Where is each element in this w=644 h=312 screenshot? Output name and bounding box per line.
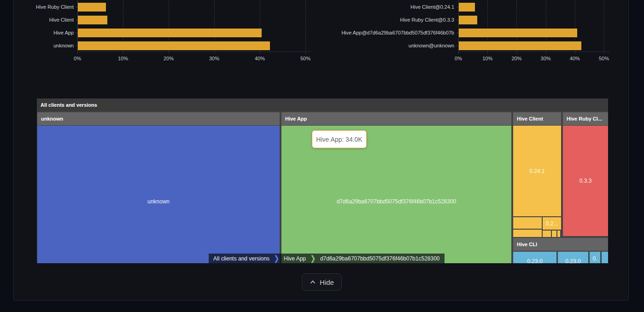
treemap-node[interactable]: 0.23.0	[558, 252, 588, 263]
axis-tick	[76, 20, 77, 20]
tooltip-text: Hive App: 34.0K	[316, 136, 362, 143]
treemap-node[interactable]	[543, 231, 551, 237]
category-label: unknown@unknown	[261, 42, 454, 49]
bar[interactable]	[78, 29, 262, 37]
treemap-chart[interactable]: All clients and versionsunknownunknownHi…	[37, 98, 608, 263]
gridline	[604, 0, 604, 54]
bar[interactable]	[459, 16, 477, 24]
treemap-node[interactable]: 0.3.3	[563, 126, 608, 236]
treemap-node[interactable]: 0.24.1	[513, 126, 561, 216]
treemap-node[interactable]: unknown	[37, 126, 280, 263]
bar[interactable]	[78, 16, 107, 24]
treemap-group-header[interactable]: unknown	[37, 112, 280, 125]
breadcrumb-item-version-hash[interactable]: d7d6a29ba6707bbd5075df376f46b07b1c528300	[316, 255, 445, 262]
bar[interactable]	[459, 29, 577, 37]
breadcrumb: All clients and versions ❯ Hive App ❯ d7…	[209, 254, 445, 263]
x-tick-label: 0%	[66, 55, 89, 62]
axis-tick	[76, 7, 77, 7]
category-label: Hive Ruby Client@0.3.3	[261, 17, 454, 23]
category-label: Hive Client	[0, 17, 74, 23]
bar[interactable]	[78, 41, 270, 50]
category-label: unknown	[0, 42, 74, 49]
bar[interactable]	[459, 41, 581, 50]
axis-tick	[457, 33, 458, 33]
category-label: Hive Client@0.24.1	[261, 4, 454, 10]
x-tick-label: 10%	[111, 55, 135, 62]
chevron-right-icon: ❯	[274, 252, 279, 263]
category-label: Hive App	[0, 29, 74, 36]
hide-button-label: Hide	[320, 278, 334, 286]
axis-tick	[76, 46, 77, 46]
bar[interactable]	[459, 3, 475, 12]
x-axis-line	[77, 52, 311, 52]
x-axis-line	[458, 52, 609, 52]
x-tick-label: 30%	[534, 55, 557, 62]
x-tick-label: 30%	[203, 55, 226, 62]
breadcrumb-item-hive-app[interactable]: Hive App	[279, 255, 310, 262]
treemap-node[interactable]: 0.2...	[543, 217, 561, 230]
x-tick-label: 50%	[294, 55, 317, 62]
treemap-node[interactable]: 0.23.0	[513, 252, 556, 263]
x-tick-label: 0%	[447, 55, 470, 62]
breadcrumb-item-root[interactable]: All clients and versions	[209, 255, 274, 262]
chevron-right-icon: ❯	[310, 252, 316, 263]
category-label: Hive Ruby Client	[0, 4, 74, 10]
axis-tick	[457, 46, 458, 46]
treemap-group-header[interactable]: Hive Client	[513, 112, 561, 125]
category-label: Hive App@d7d6a29ba6707bbd5075df376f46b07…	[261, 29, 454, 36]
x-tick-label: 20%	[157, 55, 180, 62]
treemap-node[interactable]: 0.	[590, 252, 600, 263]
hide-button[interactable]: Hide	[302, 273, 342, 291]
x-tick-label: 50%	[592, 55, 615, 62]
bar-charts-area: 0%10%20%30%40%50%Hive Ruby ClientHive Cl…	[0, 0, 644, 69]
treemap-node[interactable]	[513, 230, 542, 237]
axis-tick	[76, 33, 77, 33]
treemap-group-header[interactable]: Hive App	[281, 112, 511, 125]
x-tick-label: 20%	[505, 55, 528, 62]
x-tick-label: 40%	[563, 55, 586, 62]
axis-tick	[457, 7, 458, 7]
treemap-tooltip: Hive App: 34.0K	[312, 130, 367, 148]
chevron-up-icon	[310, 279, 316, 285]
x-tick-label: 10%	[476, 55, 499, 62]
treemap-group-header[interactable]: Hive CLI	[513, 238, 608, 251]
treemap-node[interactable]	[513, 217, 542, 229]
bar[interactable]	[78, 3, 106, 12]
treemap-node[interactable]	[552, 231, 556, 237]
x-tick-label: 40%	[248, 55, 271, 62]
treemap-node[interactable]	[602, 252, 608, 263]
axis-tick	[457, 20, 458, 20]
treemap-title-header[interactable]: All clients and versions	[37, 98, 608, 111]
treemap-node[interactable]	[557, 231, 560, 237]
treemap-group-header[interactable]: Hive Ruby Cl...	[563, 112, 608, 125]
